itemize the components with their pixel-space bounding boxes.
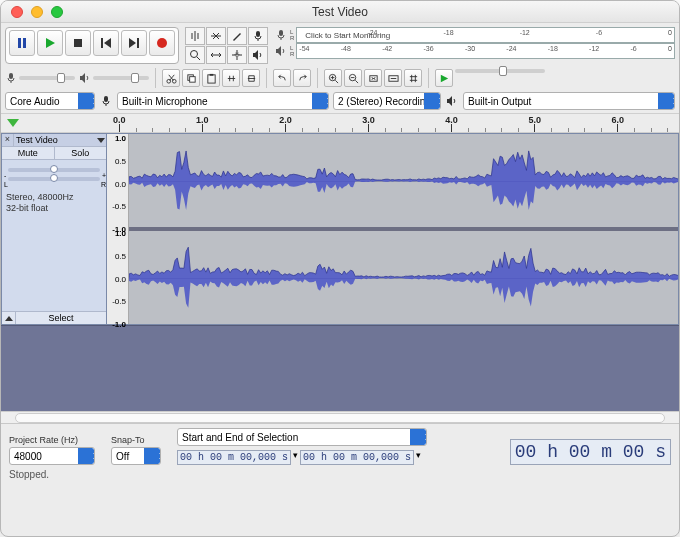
selection-format-select[interactable]: Start and End of Selection [177, 428, 427, 446]
track-control-panel: × Test Video Mute Solo -+ LR Stereo, 480… [1, 133, 107, 325]
record-meter-icon[interactable] [274, 28, 288, 42]
playback-device-select[interactable]: Built-in Output [463, 92, 675, 110]
track-format-label: Stereo, 48000Hz [6, 192, 102, 203]
silence-button[interactable] [242, 69, 260, 87]
app-window: Test Video ✳ LR Click t [0, 0, 680, 537]
paste-button[interactable] [202, 69, 220, 87]
record-channels-select[interactable]: 2 (Stereo) Recording... [333, 92, 441, 110]
zoom-toggle-button[interactable] [404, 69, 422, 87]
playback-volume[interactable] [79, 72, 149, 84]
snap-to-label: Snap-To [111, 435, 161, 445]
svg-marker-2 [46, 38, 55, 48]
record-volume[interactable] [5, 72, 75, 84]
svg-marker-7 [129, 38, 136, 48]
speaker-tool-icon[interactable] [248, 46, 268, 64]
record-button[interactable] [149, 30, 175, 56]
svg-rect-28 [104, 96, 108, 102]
waveform-left[interactable] [129, 134, 678, 227]
timeline-ruler-row: 0.01.02.03.04.05.06.0 [1, 113, 679, 133]
toolbar-secondary [1, 66, 679, 92]
undo-button[interactable] [273, 69, 291, 87]
gain-slider[interactable]: -+ [8, 168, 100, 172]
svg-rect-20 [189, 76, 195, 82]
svg-marker-27 [440, 74, 447, 81]
waveform-right[interactable] [129, 227, 678, 324]
track-body: 1.00.50.0-0.5-1.01.00.50.0-0.5-1.0 [107, 133, 679, 325]
select-track-button[interactable]: Select [16, 312, 106, 324]
snap-to-select[interactable]: Off [111, 447, 161, 465]
svg-rect-3 [74, 39, 82, 47]
selection-end-field[interactable]: 00 h 00 m 00,000 s [300, 450, 414, 465]
play-speed-slider[interactable] [455, 69, 545, 73]
audio-host-select[interactable]: Core Audio [5, 92, 95, 110]
window-zoom-button[interactable] [51, 6, 63, 18]
device-toolbar: Core Audio Built-in Microphone 2 (Stereo… [1, 92, 679, 113]
selection-start-field[interactable]: 00 h 00 m 00,000 s [177, 450, 291, 465]
play-at-speed-button[interactable] [435, 69, 453, 87]
mic-icon [99, 94, 113, 108]
fit-project-button[interactable] [384, 69, 402, 87]
fit-selection-button[interactable] [364, 69, 382, 87]
cut-button[interactable] [162, 69, 180, 87]
project-rate-select[interactable]: 48000 [9, 447, 95, 465]
svg-marker-5 [104, 38, 111, 48]
svg-rect-0 [18, 38, 21, 48]
svg-rect-15 [9, 73, 13, 79]
multi-tool[interactable]: ✳ [227, 46, 247, 64]
svg-rect-4 [101, 38, 103, 48]
tool-palette: ✳ [185, 27, 268, 64]
pin-playhead-icon[interactable] [7, 119, 19, 127]
skip-end-button[interactable] [121, 30, 147, 56]
solo-button[interactable]: Solo [55, 147, 107, 159]
record-meter[interactable]: Click to Start Monitoring -24 -18 -12 -6… [296, 27, 675, 43]
microphone-icon[interactable] [248, 27, 268, 45]
mute-button[interactable]: Mute [2, 147, 55, 159]
audio-position-field[interactable]: 00 h 00 m 00 s [510, 439, 671, 465]
empty-track-area[interactable] [1, 325, 679, 411]
track-menu-button[interactable] [96, 138, 106, 143]
timeshift-tool[interactable] [206, 46, 226, 64]
vertical-scale[interactable]: 1.00.50.0-0.5-1.01.00.50.0-0.5-1.0 [107, 134, 129, 324]
tracks-area: × Test Video Mute Solo -+ LR Stereo, 480… [1, 133, 679, 411]
play-meter-icon[interactable] [274, 44, 288, 58]
svg-marker-16 [80, 73, 85, 83]
redo-button[interactable] [293, 69, 311, 87]
draw-tool[interactable] [227, 27, 247, 45]
track-depth-label: 32-bit float [6, 203, 102, 214]
transport-controls [5, 27, 179, 64]
svg-marker-12 [253, 50, 258, 60]
toolbar-top: ✳ LR Click to Start Monitoring -24 -18 -… [1, 23, 679, 66]
envelope-tool[interactable] [206, 27, 226, 45]
selection-tool[interactable] [185, 27, 205, 45]
svg-rect-21 [207, 74, 214, 82]
play-button[interactable] [37, 30, 63, 56]
speaker-icon [445, 94, 459, 108]
zoom-tool[interactable] [185, 46, 205, 64]
copy-button[interactable] [182, 69, 200, 87]
window-minimize-button[interactable] [31, 6, 43, 18]
track: × Test Video Mute Solo -+ LR Stereo, 480… [1, 133, 679, 325]
trim-button[interactable] [222, 69, 240, 87]
svg-point-8 [157, 38, 167, 48]
window-title: Test Video [1, 5, 679, 19]
svg-rect-22 [209, 73, 213, 75]
svg-point-10 [191, 51, 198, 58]
track-name[interactable]: Test Video [14, 134, 96, 146]
pause-button[interactable] [9, 30, 35, 56]
collapse-button[interactable] [2, 312, 16, 324]
svg-text:✳: ✳ [234, 51, 240, 58]
pan-slider[interactable]: LR [8, 177, 100, 181]
svg-rect-13 [279, 30, 283, 36]
horizontal-scrollbar[interactable] [1, 411, 679, 423]
window-close-button[interactable] [11, 6, 23, 18]
zoom-in-button[interactable] [324, 69, 342, 87]
play-meter[interactable]: -54 -48 -42 -36 -30 -24 -18 -12 -6 0 [296, 43, 675, 59]
timeline-ruler[interactable]: 0.01.02.03.04.05.06.0 [107, 114, 679, 132]
track-close-button[interactable]: × [2, 134, 14, 146]
svg-marker-29 [447, 96, 452, 106]
stop-button[interactable] [65, 30, 91, 56]
zoom-out-button[interactable] [344, 69, 362, 87]
svg-rect-6 [137, 38, 139, 48]
skip-start-button[interactable] [93, 30, 119, 56]
record-device-select[interactable]: Built-in Microphone [117, 92, 329, 110]
